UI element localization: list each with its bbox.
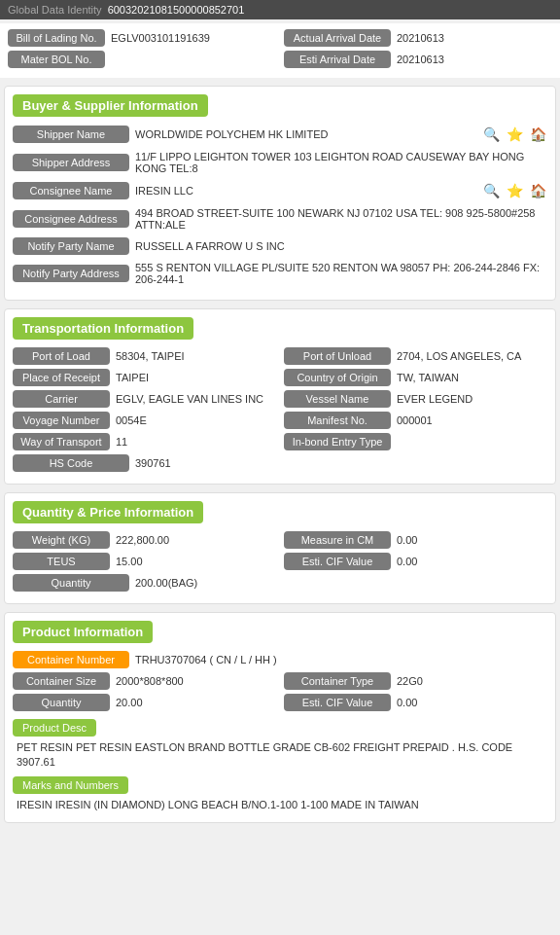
esti-cif-label: Esti. CIF Value [284,553,391,570]
measure-value: 0.00 [391,531,547,549]
bol-value: EGLV003101191639 [105,29,276,47]
place-receipt-value: TAIPEI [110,369,276,386]
arrival-value: 20210613 [391,29,552,47]
teus-row: TEUS 15.00 Esti. CIF Value 0.00 [13,553,547,570]
notify-name-row: Notify Party Name RUSSELL A FARROW U S I… [13,237,547,255]
port-load-left: Port of Load 58304, TAIPEI [13,347,276,365]
consignee-icons: 🔍 ⭐ 🏠 [481,181,547,200]
place-row: Place of Receipt TAIPEI Country of Origi… [13,369,547,386]
weight-label: Weight (KG) [13,531,110,549]
transportation-section: Transportation Information Port of Load … [4,308,556,485]
bol-row: Bill of Lading No. EGLV003101191639 Actu… [8,29,552,47]
product-quantity-label: Quantity [13,694,110,711]
marks-text: IRESIN IRESIN (IN DIAMOND) LONG BEACH B/… [13,796,547,814]
buyer-supplier-header: Buyer & Supplier Information [13,94,208,117]
manifest-label: Manifest No. [284,412,391,429]
weight-left: Weight (KG) 222,800.00 [13,531,276,549]
carrier-left: Carrier EGLV, EAGLE VAN LINES INC [13,390,276,408]
vessel-label: Vessel Name [284,390,391,408]
product-esti-right: Esti. CIF Value 0.00 [284,694,547,711]
port-unload-value: 2704, LOS ANGELES, CA [391,347,547,365]
shipper-icons: 🔍 ⭐ 🏠 [481,125,547,144]
shipper-address-value: 11/F LIPPO LEIGHTON TOWER 103 LEIGHTON R… [129,148,547,177]
place-receipt-label: Place of Receipt [13,369,110,386]
weight-value: 222,800.00 [110,531,276,549]
inbond-right: In-bond Entry Type [284,433,547,450]
voyage-left: Voyage Number 0054E [13,412,276,429]
carrier-label: Carrier [13,390,110,408]
consignee-name-label: Consignee Name [13,182,129,199]
product-esti-label: Esti. CIF Value [284,694,391,711]
mater-left: Mater BOL No. [8,51,276,68]
port-unload-label: Port of Unload [284,347,391,365]
quantity-price-section: Quantity & Price Information Weight (KG)… [4,492,556,604]
consignee-address-value: 494 BROAD STREET-SUITE 100 NEWARK NJ 071… [129,204,547,234]
consignee-address-label: Consignee Address [13,210,129,228]
consignee-name-value: IRESIN LLC [129,182,477,199]
marks-button[interactable]: Marks and Numbers [13,776,128,794]
marks-btn-row: Marks and Numbers [13,773,547,796]
search-icon-2[interactable]: 🔍 [481,181,501,200]
shipper-name-row: Shipper Name WORLDWIDE POLYCHEM HK LIMIT… [13,125,547,144]
product-desc-button[interactable]: Product Desc [13,719,96,737]
notify-address-value: 555 S RENTON VILLAGE PL/SUITE 520 RENTON… [129,259,547,288]
vessel-value: EVER LEGEND [391,390,547,408]
hs-value: 390761 [129,454,547,472]
container-number-value: TRHU3707064 ( CN / L / HH ) [129,651,547,668]
port-load-value: 58304, TAIPEI [110,347,276,365]
product-esti-value: 0.00 [391,694,547,711]
way-left: Way of Transport 11 [13,433,276,450]
quantity-label: Quantity [13,574,129,592]
manifest-right: Manifest No. 000001 [284,412,547,429]
home-icon[interactable]: 🏠 [528,125,547,144]
search-icon[interactable]: 🔍 [481,125,501,144]
mater-value [105,56,276,62]
container-number-row: Container Number TRHU3707064 ( CN / L / … [13,651,547,668]
container-number-label: Container Number [13,651,129,668]
quantity-value: 200.00(BAG) [129,574,547,592]
teus-left: TEUS 15.00 [13,553,276,570]
global-data-row: Global Data Identity 6003202108150000085… [0,0,560,19]
hs-row: HS Code 390761 [13,454,547,472]
buyer-supplier-section: Buyer & Supplier Information Shipper Nam… [4,86,556,301]
consignee-address-row: Consignee Address 494 BROAD STREET-SUITE… [13,204,547,234]
bol-section: Bill of Lading No. EGLV003101191639 Actu… [0,23,560,78]
shipper-name-label: Shipper Name [13,126,129,143]
manifest-value: 000001 [391,412,547,429]
esti-value: 20210613 [391,51,552,68]
voyage-row: Voyage Number 0054E Manifest No. 000001 [13,412,547,429]
notify-address-label: Notify Party Address [13,265,129,282]
notify-name-label: Notify Party Name [13,237,129,255]
inbond-label: In-bond Entry Type [284,433,391,450]
measure-right: Measure in CM 0.00 [284,531,547,549]
place-receipt-left: Place of Receipt TAIPEI [13,369,276,386]
arrival-label: Actual Arrival Date [284,29,391,47]
container-size-value: 2000*808*800 [110,672,276,690]
port-load-label: Port of Load [13,347,110,365]
mater-row: Mater BOL No. Esti Arrival Date 20210613 [8,51,552,68]
quantity-price-header: Quantity & Price Information [13,501,203,523]
esti-cif-right: Esti. CIF Value 0.00 [284,553,547,570]
global-value: 60032021081500000852701 [108,4,245,16]
way-label: Way of Transport [13,433,110,450]
weight-row: Weight (KG) 222,800.00 Measure in CM 0.0… [13,531,547,549]
voyage-label: Voyage Number [13,412,110,429]
port-unload-right: Port of Unload 2704, LOS ANGELES, CA [284,347,547,365]
notify-address-row: Notify Party Address 555 S RENTON VILLAG… [13,259,547,288]
shipper-address-label: Shipper Address [13,154,129,171]
product-quantity-value: 20.00 [110,694,276,711]
bol-left: Bill of Lading No. EGLV003101191639 [8,29,276,47]
shipper-address-row: Shipper Address 11/F LIPPO LEIGHTON TOWE… [13,148,547,177]
carrier-row: Carrier EGLV, EAGLE VAN LINES INC Vessel… [13,390,547,408]
star-icon-2[interactable]: ⭐ [505,181,524,200]
home-icon-2[interactable]: 🏠 [528,181,547,200]
star-icon[interactable]: ⭐ [505,125,524,144]
container-type-right: Container Type 22G0 [284,672,547,690]
shipper-name-value: WORLDWIDE POLYCHEM HK LIMITED [129,126,477,143]
country-origin-right: Country of Origin TW, TAIWAN [284,369,547,386]
consignee-name-row: Consignee Name IRESIN LLC 🔍 ⭐ 🏠 [13,181,547,200]
carrier-value: EGLV, EAGLE VAN LINES INC [110,390,276,408]
global-label: Global Data Identity [8,4,102,16]
product-quantity-row: Quantity 20.00 Esti. CIF Value 0.00 [13,694,547,711]
voyage-value: 0054E [110,412,276,429]
